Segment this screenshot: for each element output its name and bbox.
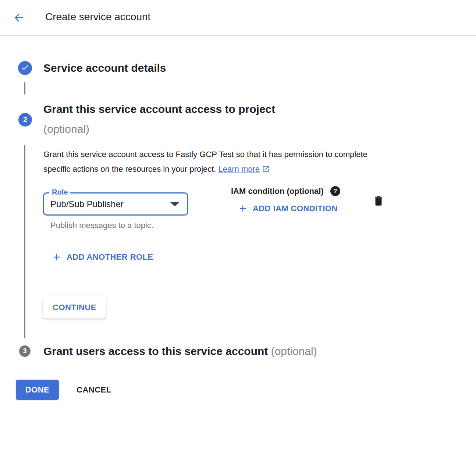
continue-button[interactable]: CONTINUE <box>43 296 106 319</box>
role-select-value: Pub/Sub Publisher <box>50 193 124 214</box>
step1-complete-indicator <box>18 61 32 75</box>
iam-condition-label: IAM condition (optional) <box>231 187 324 196</box>
page-header: Create service account <box>0 0 476 35</box>
back-button[interactable] <box>13 11 26 25</box>
cancel-button[interactable]: CANCEL <box>72 380 116 400</box>
header-divider <box>0 35 476 36</box>
trash-icon <box>372 195 386 207</box>
add-another-role-button[interactable]: ADD ANOTHER ROLE <box>51 252 153 262</box>
step2-optional-label: (optional) <box>43 123 89 135</box>
step1-title: Service account details <box>43 62 166 74</box>
plus-icon <box>238 203 248 214</box>
step3-indicator: 3 <box>19 345 31 357</box>
iam-condition-header: IAM condition (optional) ? <box>231 186 340 196</box>
step3-number: 3 <box>23 347 26 355</box>
caret-down-icon <box>170 202 179 206</box>
stepper-connector <box>24 82 25 95</box>
page-title: Create service account <box>45 11 150 23</box>
external-link-icon[interactable] <box>260 164 270 174</box>
arrow-left-icon <box>13 11 26 24</box>
step2-description-text: Grant this service account access to Fas… <box>43 150 367 174</box>
step3-optional-label: (optional) <box>271 345 317 357</box>
step2-indicator: 2 <box>18 113 32 127</box>
learn-more-link[interactable]: Learn more <box>219 164 260 174</box>
step2-number: 2 <box>23 116 27 124</box>
help-icon[interactable]: ? <box>330 186 340 196</box>
add-iam-condition-button[interactable]: ADD IAM CONDITION <box>238 203 337 214</box>
delete-role-button[interactable] <box>372 194 386 208</box>
step3-title: Grant users access to this service accou… <box>43 345 317 358</box>
step2-title: Grant this service account access to pro… <box>43 103 275 116</box>
stepper-connector <box>24 145 25 338</box>
done-button[interactable]: DONE <box>16 380 59 400</box>
plus-icon <box>51 252 62 262</box>
step2-description: Grant this service account access to Fas… <box>43 147 391 177</box>
role-helper-text: Publish messages to a topic. <box>50 221 153 230</box>
role-select[interactable]: Role Pub/Sub Publisher <box>43 192 188 216</box>
create-service-account-page: Create service account Service account d… <box>0 0 476 451</box>
check-icon <box>21 63 29 73</box>
